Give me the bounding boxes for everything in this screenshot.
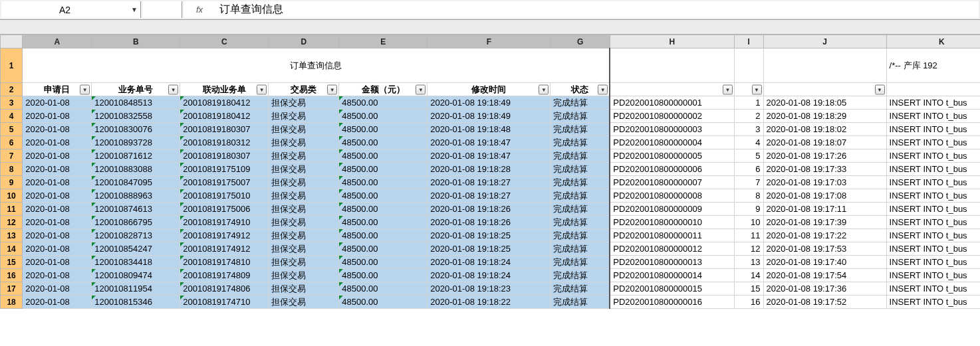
cell-J10[interactable]: 2020-01-08 19:17:08: [763, 189, 886, 203]
cell-B16[interactable]: 120010809474: [92, 269, 180, 282]
cell-J12[interactable]: 2020-01-08 19:17:39: [763, 216, 886, 229]
cell-F11[interactable]: 2020-01-08 19:18:26: [428, 203, 551, 216]
header-J[interactable]: ▼: [763, 83, 886, 96]
cell-B9[interactable]: 120010847095: [92, 176, 180, 189]
filter-dropdown-icon[interactable]: ▼: [539, 84, 549, 94]
cell-D5[interactable]: 担保交易: [269, 123, 339, 136]
cell-K1[interactable]: /*-- 产库 192: [886, 48, 980, 83]
cell-J4[interactable]: 2020-01-08 19:18:29: [763, 110, 886, 123]
cell-I11[interactable]: 9: [734, 203, 763, 216]
cell-I7[interactable]: 5: [734, 149, 763, 163]
row-head-14[interactable]: 14: [1, 242, 23, 256]
cell-E4[interactable]: 48500.00: [339, 110, 428, 123]
cell-D10[interactable]: 担保交易: [269, 189, 339, 203]
cell-E18[interactable]: 48500.00: [339, 296, 428, 309]
cell-D12[interactable]: 担保交易: [269, 216, 339, 229]
cell-A9[interactable]: 2020-01-08: [23, 176, 92, 189]
cell-K4[interactable]: INSERT INTO t_bus: [886, 110, 980, 123]
cell-D6[interactable]: 担保交易: [269, 136, 339, 149]
cell-K6[interactable]: INSERT INTO t_bus: [886, 136, 980, 149]
cell-E5[interactable]: 48500.00: [339, 123, 428, 136]
cell-I9[interactable]: 7: [734, 176, 763, 189]
cell-J13[interactable]: 2020-01-08 19:17:22: [763, 229, 886, 242]
cell-I3[interactable]: 1: [734, 96, 763, 110]
cell-I18[interactable]: 16: [734, 296, 763, 309]
filter-dropdown-icon[interactable]: ▼: [168, 84, 178, 94]
cell-I13[interactable]: 11: [734, 229, 763, 242]
cell-E9[interactable]: 48500.00: [339, 176, 428, 189]
cell-G12[interactable]: 完成结算: [551, 216, 610, 229]
cell-F18[interactable]: 2020-01-08 19:18:22: [428, 296, 551, 309]
cell-G17[interactable]: 完成结算: [551, 282, 610, 296]
cell-A7[interactable]: 2020-01-08: [23, 149, 92, 163]
cell-H18[interactable]: PD2020010800000016: [610, 296, 734, 309]
cell-F14[interactable]: 2020-01-08 19:18:25: [428, 242, 551, 256]
cell-E6[interactable]: 48500.00: [339, 136, 428, 149]
cell-E16[interactable]: 48500.00: [339, 269, 428, 282]
header-C[interactable]: 联动业务单▼: [180, 83, 269, 96]
row-head-13[interactable]: 13: [1, 229, 23, 242]
cell-J7[interactable]: 2020-01-08 19:17:26: [763, 149, 886, 163]
cell-G18[interactable]: 完成结算: [551, 296, 610, 309]
cell-D7[interactable]: 担保交易: [269, 149, 339, 163]
cell-J11[interactable]: 2020-01-08 19:17:11: [763, 203, 886, 216]
cell-K16[interactable]: INSERT INTO t_bus: [886, 269, 980, 282]
cell-E8[interactable]: 48500.00: [339, 163, 428, 176]
cell-A5[interactable]: 2020-01-08: [23, 123, 92, 136]
cell-K17[interactable]: INSERT INTO t_bus: [886, 282, 980, 296]
cell-H10[interactable]: PD2020010800000008: [610, 189, 734, 203]
cell-F16[interactable]: 2020-01-08 19:18:24: [428, 269, 551, 282]
cell-B18[interactable]: 120010815346: [92, 296, 180, 309]
col-head-E[interactable]: E: [339, 35, 428, 48]
cell-F7[interactable]: 2020-01-08 19:18:47: [428, 149, 551, 163]
cell-G11[interactable]: 完成结算: [551, 203, 610, 216]
cell-I4[interactable]: 2: [734, 110, 763, 123]
cell-D11[interactable]: 担保交易: [269, 203, 339, 216]
cell-J5[interactable]: 2020-01-08 19:18:02: [763, 123, 886, 136]
cell-F13[interactable]: 2020-01-08 19:18:25: [428, 229, 551, 242]
formula-input[interactable]: [215, 4, 979, 16]
cell-G7[interactable]: 完成结算: [551, 149, 610, 163]
cell-E13[interactable]: 48500.00: [339, 229, 428, 242]
cell-B4[interactable]: 120010832558: [92, 110, 180, 123]
cell-H9[interactable]: PD2020010800000007: [610, 176, 734, 189]
cell-H7[interactable]: PD2020010800000005: [610, 149, 734, 163]
cell-D17[interactable]: 担保交易: [269, 282, 339, 296]
cell-G5[interactable]: 完成结算: [551, 123, 610, 136]
filter-dropdown-icon[interactable]: ▼: [80, 84, 90, 94]
cell-J15[interactable]: 2020-01-08 19:17:40: [763, 256, 886, 269]
cell-J14[interactable]: 2020-01-08 19:17:53: [763, 242, 886, 256]
cell-C18[interactable]: 20010819174710: [180, 296, 269, 309]
cell-F4[interactable]: 2020-01-08 19:18:49: [428, 110, 551, 123]
cell-E3[interactable]: 48500.00: [339, 96, 428, 110]
cell-K10[interactable]: INSERT INTO t_bus: [886, 189, 980, 203]
row-head-5[interactable]: 5: [1, 123, 23, 136]
cell-K5[interactable]: INSERT INTO t_bus: [886, 123, 980, 136]
cell-I14[interactable]: 12: [734, 242, 763, 256]
cell-B12[interactable]: 120010866795: [92, 216, 180, 229]
cell-C8[interactable]: 20010819175109: [180, 163, 269, 176]
cell-H1[interactable]: [610, 48, 734, 83]
header-F[interactable]: 修改时间▼: [428, 83, 551, 96]
cell-G3[interactable]: 完成结算: [551, 96, 610, 110]
filter-dropdown-icon[interactable]: ▼: [327, 84, 337, 94]
cell-J6[interactable]: 2020-01-08 19:18:07: [763, 136, 886, 149]
cell-B6[interactable]: 120010893728: [92, 136, 180, 149]
cell-H14[interactable]: PD2020010800000012: [610, 242, 734, 256]
cell-G6[interactable]: 完成结算: [551, 136, 610, 149]
filter-dropdown-icon[interactable]: ▼: [598, 84, 608, 94]
cell-H16[interactable]: PD2020010800000014: [610, 269, 734, 282]
cell-H4[interactable]: PD2020010800000002: [610, 110, 734, 123]
cell-K3[interactable]: INSERT INTO t_bus: [886, 96, 980, 110]
row-head-7[interactable]: 7: [1, 149, 23, 163]
cell-C16[interactable]: 20010819174809: [180, 269, 269, 282]
col-head-G[interactable]: G: [551, 35, 610, 48]
row-head-10[interactable]: 10: [1, 189, 23, 203]
cell-K13[interactable]: INSERT INTO t_bus: [886, 229, 980, 242]
cell-H17[interactable]: PD2020010800000015: [610, 282, 734, 296]
cell-D18[interactable]: 担保交易: [269, 296, 339, 309]
cell-D8[interactable]: 担保交易: [269, 163, 339, 176]
row-head-12[interactable]: 12: [1, 216, 23, 229]
cell-G8[interactable]: 完成结算: [551, 163, 610, 176]
cell-A17[interactable]: 2020-01-08: [23, 282, 92, 296]
